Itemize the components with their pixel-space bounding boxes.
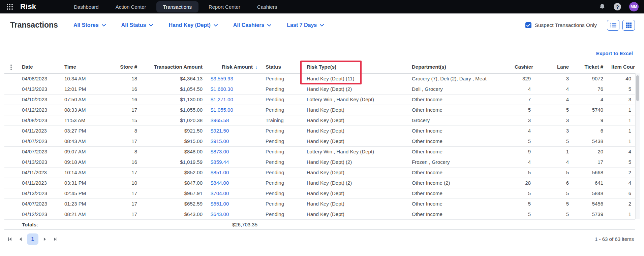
nav-item-dashboard[interactable]: Dashboard bbox=[67, 1, 105, 12]
table-row[interactable]: 04/07/202301:23 PM17$652.59$651.00Pendin… bbox=[4, 198, 635, 209]
risk-amount-link[interactable]: $643.00 bbox=[211, 211, 229, 217]
table-row[interactable]: 04/08/202310:34 AM18$4,364.13$3,559.93Pe… bbox=[4, 73, 635, 84]
table-row[interactable]: 04/11/202303:31 PM10$847.00$844.00Pendin… bbox=[4, 178, 635, 188]
filter-toolbar: Transactions All Stores All Status Hand … bbox=[0, 13, 644, 37]
cell-departments: Grocery bbox=[408, 115, 511, 125]
nav-item-report-center[interactable]: Report Center bbox=[202, 1, 247, 12]
cell-risk-types: Hand Key (Dept) bbox=[303, 209, 408, 219]
nav-item-transactions[interactable]: Transactions bbox=[156, 1, 198, 12]
app-launcher-icon[interactable] bbox=[7, 4, 13, 10]
table-row[interactable]: 04/12/202308:33 AM17$1,055.00$1,055.00Pe… bbox=[4, 105, 635, 115]
cell-row-menu bbox=[4, 125, 18, 136]
cell-row-menu bbox=[4, 136, 18, 146]
risk-amount-link[interactable]: $873.00 bbox=[211, 149, 229, 154]
col-header-ticket[interactable]: Ticket # bbox=[573, 60, 607, 73]
risk-amount-link[interactable]: $851.00 bbox=[211, 170, 229, 175]
page-title: Transactions bbox=[10, 21, 58, 30]
col-header-risk-amount[interactable]: Risk Amount↓ bbox=[207, 60, 262, 73]
table-row[interactable]: 04/13/202309:18 AM16$1,019.59$859.44Pend… bbox=[4, 157, 635, 167]
cell-transaction-amount: $652.59 bbox=[141, 198, 207, 209]
vertical-scrollbar[interactable] bbox=[635, 73, 640, 219]
scrollbar-thumb[interactable] bbox=[636, 75, 639, 101]
cell-store: 16 bbox=[102, 84, 141, 94]
col-header-lane[interactable]: Lane bbox=[535, 60, 573, 73]
filter-risk-type[interactable]: Hand Key (Dept) bbox=[168, 22, 217, 28]
totals-amount: $26,703.35 bbox=[207, 219, 262, 229]
cell-status: Pending bbox=[262, 84, 303, 94]
risk-amount-link[interactable]: $3,559.93 bbox=[211, 76, 233, 81]
cell-status: Pending bbox=[262, 178, 303, 188]
list-icon bbox=[610, 23, 616, 28]
nav-item-cashiers[interactable]: Cashiers bbox=[250, 1, 284, 12]
nav-item-action-center[interactable]: Action Center bbox=[109, 1, 153, 12]
cell-ticket: 9 bbox=[573, 115, 607, 125]
user-avatar[interactable]: MM bbox=[629, 2, 639, 11]
cell-status: Pending bbox=[262, 105, 303, 115]
col-header-status[interactable]: Status bbox=[262, 60, 303, 73]
table-row[interactable]: 04/11/202310:14 AM17$852.00$851.00Pendin… bbox=[4, 167, 635, 178]
last-page-button[interactable] bbox=[50, 234, 61, 245]
risk-amount-link[interactable]: $921.50 bbox=[211, 128, 229, 134]
cell-store: 17 bbox=[102, 209, 141, 219]
col-header-item-count[interactable]: Item Count bbox=[607, 60, 635, 73]
cell-date: 04/08/2023 bbox=[18, 73, 60, 84]
previous-page-button[interactable] bbox=[15, 234, 26, 245]
help-icon[interactable]: ? bbox=[614, 3, 621, 10]
col-header-departments[interactable]: Department(s) bbox=[408, 60, 511, 73]
table-row[interactable]: 04/13/202312:01 PM16$1,854.50$1,660.30Pe… bbox=[4, 84, 635, 94]
first-page-button[interactable] bbox=[4, 234, 15, 245]
cell-departments: Other Income bbox=[408, 136, 511, 146]
table-body: 04/08/202310:34 AM18$4,364.13$3,559.93Pe… bbox=[4, 73, 635, 219]
cell-cashier: 5 bbox=[511, 105, 535, 115]
cell-row-menu bbox=[4, 157, 18, 167]
col-header-transaction-amount[interactable]: Transaction Amount bbox=[141, 60, 207, 73]
risk-amount-link[interactable]: $844.00 bbox=[211, 180, 229, 186]
table-row[interactable]: 04/12/202308:21 AM17$643.00$643.00Pendin… bbox=[4, 209, 635, 219]
risk-amount-link[interactable]: $1,660.30 bbox=[211, 86, 233, 92]
risk-amount-link[interactable]: $915.00 bbox=[211, 138, 229, 144]
col-header-date[interactable]: Date bbox=[18, 60, 60, 73]
cell-departments: Other Income bbox=[408, 188, 511, 198]
cell-departments: Other Income bbox=[408, 198, 511, 209]
export-to-excel-link[interactable]: Export to Excel bbox=[596, 50, 633, 56]
risk-amount-link[interactable]: $704.00 bbox=[211, 190, 229, 196]
page-number-current[interactable]: 1 bbox=[27, 233, 38, 245]
cell-departments: Other Income bbox=[408, 125, 511, 136]
totals-label: Totals: bbox=[18, 219, 60, 229]
cell-risk-types: Hand Key (Dept) (11) bbox=[303, 73, 408, 84]
cell-item-count: 3 bbox=[607, 94, 635, 105]
filter-date-range[interactable]: Last 7 Days bbox=[287, 22, 324, 28]
filter-stores[interactable]: All Stores bbox=[73, 22, 106, 28]
table-row[interactable]: 04/13/202302:45 PM17$967.91$704.00Pendin… bbox=[4, 188, 635, 198]
cell-departments: Frozen , Grocery bbox=[408, 157, 511, 167]
cell-transaction-amount: $1,019.59 bbox=[141, 157, 207, 167]
table-row[interactable]: 04/11/202303:27 PM8$921.50$921.50Pending… bbox=[4, 125, 635, 136]
col-header-store[interactable]: Store # bbox=[102, 60, 141, 73]
column-menu-header[interactable] bbox=[4, 60, 18, 73]
cell-store: 10 bbox=[102, 178, 141, 188]
list-view-button[interactable] bbox=[607, 20, 619, 31]
table-row[interactable]: 04/10/202307:50 AM16$1,130.00$1,271.00Pe… bbox=[4, 94, 635, 105]
kebab-icon[interactable] bbox=[10, 65, 12, 70]
risk-amount-link[interactable]: $965.58 bbox=[211, 117, 229, 123]
table-row[interactable]: 04/07/202308:43 AM17$915.00$915.00Pendin… bbox=[4, 136, 635, 146]
bell-icon[interactable] bbox=[599, 3, 606, 10]
grid-view-button[interactable] bbox=[622, 20, 635, 31]
risk-amount-link[interactable]: $859.44 bbox=[211, 159, 229, 165]
col-header-risk-types[interactable]: Risk Type(s) bbox=[303, 60, 408, 73]
risk-amount-link[interactable]: $1,055.00 bbox=[211, 107, 233, 113]
main-nav: Dashboard Action Center Transactions Rep… bbox=[67, 1, 284, 12]
suspect-only-checkbox[interactable] bbox=[525, 22, 531, 28]
next-page-button[interactable] bbox=[39, 234, 50, 245]
table-row[interactable]: 04/07/202309:07 AM8$848.00$873.00Pending… bbox=[4, 146, 635, 157]
risk-amount-link[interactable]: $651.00 bbox=[211, 201, 229, 207]
cell-status: Pending bbox=[262, 94, 303, 105]
table-row[interactable]: 04/08/202311:53 AM15$1,020.38$965.58Trai… bbox=[4, 115, 635, 125]
col-header-time[interactable]: Time bbox=[60, 60, 102, 73]
cell-departments: Other Income bbox=[408, 209, 511, 219]
col-header-cashier[interactable]: Cashier bbox=[511, 60, 535, 73]
risk-amount-link[interactable]: $1,271.00 bbox=[211, 97, 233, 102]
filter-cashiers[interactable]: All Cashiers bbox=[233, 22, 271, 28]
cell-risk-types: Hand Key (Dept) bbox=[303, 125, 408, 136]
filter-status[interactable]: All Status bbox=[121, 22, 153, 28]
